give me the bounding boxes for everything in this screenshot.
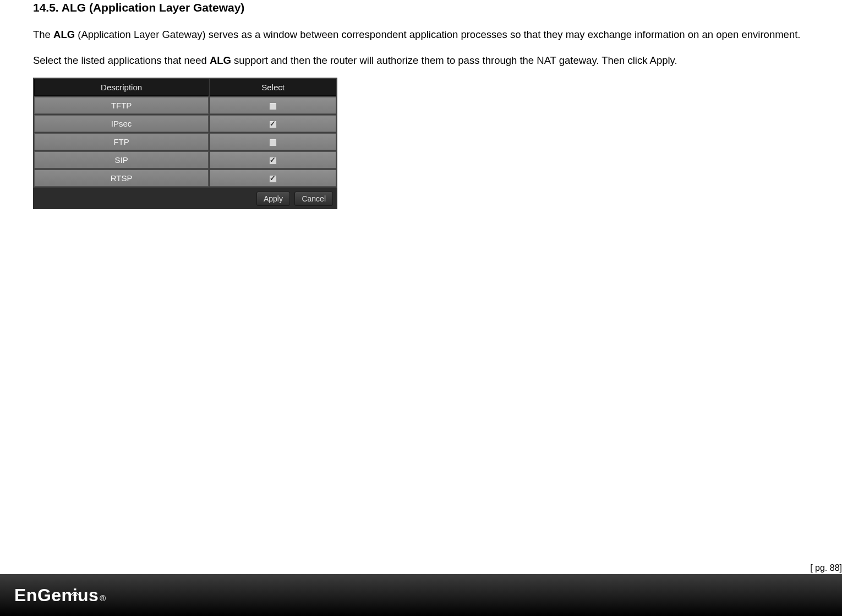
- para2-bold: ALG: [210, 54, 231, 66]
- row-description: IPsec: [34, 115, 209, 132]
- intro-paragraph-2: Select the listed applications that need…: [33, 52, 809, 69]
- wifi-icon: [70, 581, 79, 601]
- page-number: [ pg. 88]: [810, 563, 842, 573]
- section-heading: 14.5. ALG (Application Layer Gateway): [33, 1, 809, 14]
- table-row: RTSP: [34, 170, 336, 187]
- registered-icon: ®: [100, 593, 106, 603]
- table-row: TFTP: [34, 97, 336, 114]
- para2-lead: Select the listed applications that need: [33, 54, 210, 66]
- footer-bar: EnGenius ®: [0, 574, 842, 616]
- brand-text: EnGenius: [14, 585, 99, 606]
- button-bar: Apply Cancel: [33, 188, 337, 209]
- row-description: TFTP: [34, 97, 209, 114]
- row-description: FTP: [34, 133, 209, 150]
- apply-button[interactable]: Apply: [256, 192, 290, 206]
- row-select-cell: [210, 170, 336, 187]
- alg-table: Description Select TFTP IPsec: [33, 78, 337, 188]
- row-description: RTSP: [34, 170, 209, 187]
- intro-paragraph-1: The ALG (Application Layer Gateway) serv…: [33, 26, 809, 43]
- brand-logo: EnGenius ®: [14, 585, 106, 606]
- cancel-button[interactable]: Cancel: [294, 192, 333, 206]
- row-select-cell: [210, 115, 336, 132]
- checkbox-rtsp[interactable]: [269, 175, 277, 183]
- page-footer: [ pg. 88] EnGenius ®: [0, 574, 842, 616]
- row-description: SIP: [34, 151, 209, 168]
- col-header-select: Select: [210, 79, 336, 96]
- row-select-cell: [210, 97, 336, 114]
- col-header-description: Description: [34, 79, 209, 96]
- table-row: IPsec: [34, 115, 336, 132]
- alg-panel: Description Select TFTP IPsec: [33, 78, 337, 209]
- checkbox-ipsec[interactable]: [269, 121, 277, 128]
- checkbox-sip[interactable]: [269, 157, 277, 165]
- para1-mid: (Application Layer Gateway) serves as a …: [75, 29, 800, 40]
- checkbox-ftp[interactable]: [269, 139, 277, 146]
- table-row: SIP: [34, 151, 336, 168]
- checkbox-tftp[interactable]: [269, 102, 277, 110]
- para1-lead: The: [33, 29, 53, 40]
- row-select-cell: [210, 151, 336, 168]
- row-select-cell: [210, 133, 336, 150]
- table-row: FTP: [34, 133, 336, 150]
- para1-bold: ALG: [53, 29, 75, 40]
- para2-tail: support and then the router will authori…: [231, 54, 677, 66]
